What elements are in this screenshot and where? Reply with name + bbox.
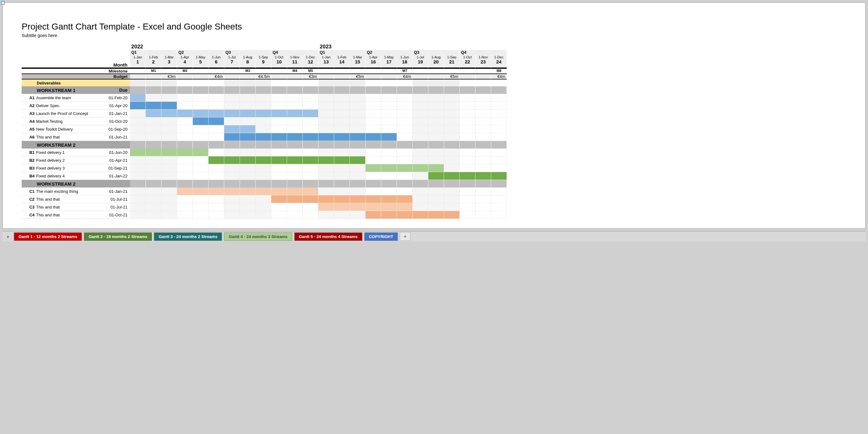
gantt-cell[interactable] bbox=[303, 118, 318, 125]
gantt-cell[interactable] bbox=[177, 125, 193, 133]
gantt-cell[interactable] bbox=[271, 149, 287, 156]
gantt-cell[interactable] bbox=[428, 133, 444, 141]
gantt-cell[interactable] bbox=[318, 118, 334, 125]
gantt-cell[interactable] bbox=[146, 156, 161, 164]
selection-handle[interactable] bbox=[1, 1, 5, 5]
gantt-cell[interactable] bbox=[303, 203, 318, 211]
gantt-cell[interactable] bbox=[287, 149, 303, 156]
gantt-cell[interactable] bbox=[193, 149, 209, 156]
task-row-label[interactable]: B1Fixed delivery 101-Jun-20 bbox=[22, 149, 130, 156]
gantt-cell[interactable] bbox=[287, 133, 303, 141]
gantt-cell[interactable] bbox=[256, 187, 271, 195]
gantt-cell[interactable] bbox=[224, 156, 240, 164]
gantt-cell[interactable] bbox=[444, 94, 460, 102]
gantt-cell[interactable] bbox=[303, 156, 318, 164]
gantt-cell[interactable] bbox=[428, 94, 444, 102]
gantt-cell[interactable] bbox=[193, 211, 209, 219]
gantt-cell[interactable] bbox=[177, 187, 193, 195]
gantt-cell[interactable] bbox=[224, 211, 240, 219]
gantt-cell[interactable] bbox=[146, 133, 161, 141]
gantt-cell[interactable] bbox=[460, 203, 475, 211]
gantt-cell[interactable] bbox=[161, 102, 177, 110]
gantt-cell[interactable] bbox=[491, 172, 507, 180]
gantt-cell[interactable] bbox=[209, 187, 224, 195]
gantt-cell[interactable] bbox=[491, 118, 507, 125]
gantt-cell[interactable] bbox=[256, 195, 271, 203]
gantt-cell[interactable] bbox=[397, 102, 413, 110]
gantt-cell[interactable] bbox=[475, 203, 491, 211]
gantt-cell[interactable] bbox=[397, 94, 413, 102]
gantt-cell[interactable] bbox=[209, 125, 224, 133]
gantt-cell[interactable] bbox=[271, 211, 287, 219]
gantt-cell[interactable] bbox=[256, 125, 271, 133]
gantt-cell[interactable] bbox=[381, 118, 397, 125]
gantt-cell[interactable] bbox=[366, 94, 381, 102]
gantt-cell[interactable] bbox=[475, 195, 491, 203]
gantt-cell[interactable] bbox=[428, 172, 444, 180]
gantt-cell[interactable] bbox=[334, 118, 350, 125]
gantt-cell[interactable] bbox=[350, 102, 366, 110]
gantt-cell[interactable] bbox=[381, 125, 397, 133]
gantt-cell[interactable] bbox=[334, 149, 350, 156]
gantt-cell[interactable] bbox=[240, 156, 256, 164]
gantt-cell[interactable] bbox=[130, 211, 146, 219]
gantt-cell[interactable] bbox=[130, 172, 146, 180]
gantt-cell[interactable] bbox=[428, 118, 444, 125]
gantt-cell[interactable] bbox=[256, 110, 271, 118]
gantt-cell[interactable] bbox=[318, 187, 334, 195]
task-row-label[interactable]: A1Assemble the team01-Feb-20 bbox=[22, 94, 130, 102]
gantt-cell[interactable] bbox=[318, 195, 334, 203]
gantt-cell[interactable] bbox=[475, 94, 491, 102]
gantt-cell[interactable] bbox=[240, 195, 256, 203]
gantt-cell[interactable] bbox=[177, 172, 193, 180]
gantt-cell[interactable] bbox=[350, 156, 366, 164]
gantt-cell[interactable] bbox=[350, 94, 366, 102]
gantt-cell[interactable] bbox=[428, 125, 444, 133]
gantt-cell[interactable] bbox=[381, 211, 397, 219]
sheet-tab[interactable]: Gantt 1 - 12 months 2 Streams bbox=[14, 232, 82, 241]
gantt-cell[interactable] bbox=[381, 133, 397, 141]
gantt-cell[interactable] bbox=[460, 156, 475, 164]
gantt-cell[interactable] bbox=[381, 187, 397, 195]
gantt-cell[interactable] bbox=[303, 102, 318, 110]
gantt-cell[interactable] bbox=[224, 125, 240, 133]
gantt-cell[interactable] bbox=[444, 172, 460, 180]
gantt-cell[interactable] bbox=[224, 110, 240, 118]
gantt-cell[interactable] bbox=[256, 156, 271, 164]
gantt-cell[interactable] bbox=[287, 125, 303, 133]
gantt-cell[interactable] bbox=[240, 118, 256, 125]
gantt-cell[interactable] bbox=[318, 164, 334, 172]
gantt-cell[interactable] bbox=[193, 110, 209, 118]
gantt-cell[interactable] bbox=[397, 172, 413, 180]
gantt-cell[interactable] bbox=[287, 172, 303, 180]
gantt-cell[interactable] bbox=[130, 187, 146, 195]
gantt-cell[interactable] bbox=[271, 118, 287, 125]
task-row-label[interactable]: B2Fixed delivery 201-Apr-21 bbox=[22, 156, 130, 164]
gantt-cell[interactable] bbox=[397, 133, 413, 141]
gantt-cell[interactable] bbox=[161, 94, 177, 102]
gantt-cell[interactable] bbox=[475, 164, 491, 172]
gantt-cell[interactable] bbox=[130, 110, 146, 118]
gantt-cell[interactable] bbox=[271, 187, 287, 195]
gantt-cell[interactable] bbox=[287, 102, 303, 110]
gantt-cell[interactable] bbox=[350, 187, 366, 195]
gantt-cell[interactable] bbox=[303, 94, 318, 102]
gantt-cell[interactable] bbox=[491, 211, 507, 219]
sheet-tab[interactable]: Gantt 3 - 24 months 2 Streams bbox=[154, 232, 222, 241]
gantt-cell[interactable] bbox=[303, 149, 318, 156]
gantt-cell[interactable] bbox=[130, 203, 146, 211]
gantt-cell[interactable] bbox=[130, 125, 146, 133]
gantt-cell[interactable] bbox=[460, 102, 475, 110]
gantt-cell[interactable] bbox=[475, 118, 491, 125]
gantt-cell[interactable] bbox=[177, 203, 193, 211]
gantt-cell[interactable] bbox=[397, 110, 413, 118]
gantt-cell[interactable] bbox=[491, 125, 507, 133]
gantt-cell[interactable] bbox=[381, 149, 397, 156]
gantt-cell[interactable] bbox=[240, 164, 256, 172]
gantt-cell[interactable] bbox=[209, 172, 224, 180]
gantt-cell[interactable] bbox=[413, 195, 428, 203]
gantt-cell[interactable] bbox=[444, 125, 460, 133]
gantt-cell[interactable] bbox=[209, 211, 224, 219]
gantt-cell[interactable] bbox=[209, 156, 224, 164]
gantt-cell[interactable] bbox=[381, 102, 397, 110]
